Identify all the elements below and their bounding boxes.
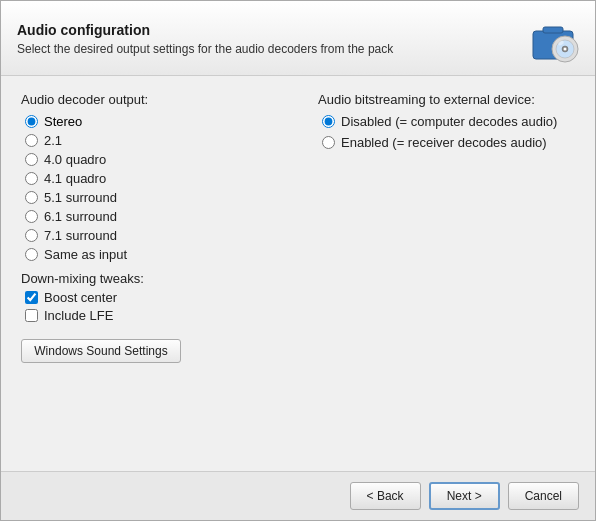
bitstream-label: Audio bitstreaming to external device: — [318, 92, 575, 107]
radio-enabled[interactable]: Enabled (= receiver decodes audio) — [322, 134, 575, 151]
checkbox-boost-center[interactable]: Boost center — [25, 290, 278, 305]
left-column: Audio decoder output: Stereo 2.1 4.0 qua… — [21, 92, 278, 455]
dialog-title: Audio configuration — [17, 22, 527, 38]
downmix-options: Boost center Include LFE — [25, 290, 278, 323]
radio-4-0-quadro[interactable]: 4.0 quadro — [25, 151, 278, 168]
checkbox-include-lfe[interactable]: Include LFE — [25, 308, 278, 323]
radio-same-as-input[interactable]: Same as input — [25, 246, 278, 263]
include-lfe-label[interactable]: Include LFE — [44, 308, 113, 323]
radio-6-1-surround[interactable]: 6.1 surround — [25, 208, 278, 225]
radio-4-0-quadro-label[interactable]: 4.0 quadro — [44, 152, 106, 167]
radio-enabled-label[interactable]: Enabled (= receiver decodes audio) — [341, 135, 547, 150]
radio-7-1-surround[interactable]: 7.1 surround — [25, 227, 278, 244]
audio-decoder-label: Audio decoder output: — [21, 92, 278, 107]
radio-7-1-surround-label[interactable]: 7.1 surround — [44, 228, 117, 243]
next-button[interactable]: Next > — [429, 482, 500, 510]
radio-4-1-quadro-label[interactable]: 4.1 quadro — [44, 171, 106, 186]
boost-center-checkbox[interactable] — [25, 291, 38, 304]
header-text: Audio configuration Select the desired o… — [17, 22, 527, 56]
radio-disabled[interactable]: Disabled (= computer decodes audio) — [322, 113, 575, 130]
dialog-header: Audio configuration Select the desired o… — [1, 1, 595, 76]
bitstream-options: Disabled (= computer decodes audio) Enab… — [322, 113, 575, 151]
include-lfe-checkbox[interactable] — [25, 309, 38, 322]
svg-point-5 — [564, 48, 567, 51]
audio-config-dialog: Audio configuration Select the desired o… — [0, 0, 596, 521]
header-icon — [527, 13, 579, 65]
right-column: Audio bitstreaming to external device: D… — [318, 92, 575, 455]
radio-2-1-label[interactable]: 2.1 — [44, 133, 62, 148]
two-column-layout: Audio decoder output: Stereo 2.1 4.0 qua… — [21, 92, 575, 455]
radio-2-1[interactable]: 2.1 — [25, 132, 278, 149]
audio-decoder-options: Stereo 2.1 4.0 quadro 4.1 quadro — [25, 113, 278, 263]
back-button[interactable]: < Back — [350, 482, 421, 510]
radio-5-1-surround[interactable]: 5.1 surround — [25, 189, 278, 206]
bitstream-section: Audio bitstreaming to external device: D… — [318, 92, 575, 151]
radio-6-1-surround-label[interactable]: 6.1 surround — [44, 209, 117, 224]
radio-stereo[interactable]: Stereo — [25, 113, 278, 130]
dialog-content: Audio decoder output: Stereo 2.1 4.0 qua… — [1, 76, 595, 471]
radio-4-1-quadro[interactable]: 4.1 quadro — [25, 170, 278, 187]
dialog-subtitle: Select the desired output settings for t… — [17, 42, 527, 56]
boost-center-label[interactable]: Boost center — [44, 290, 117, 305]
dialog-footer: < Back Next > Cancel — [1, 471, 595, 520]
radio-5-1-surround-label[interactable]: 5.1 surround — [44, 190, 117, 205]
radio-disabled-label[interactable]: Disabled (= computer decodes audio) — [341, 114, 557, 129]
radio-same-as-input-label[interactable]: Same as input — [44, 247, 127, 262]
downmix-label: Down-mixing tweaks: — [21, 271, 278, 286]
cancel-button[interactable]: Cancel — [508, 482, 579, 510]
radio-stereo-label[interactable]: Stereo — [44, 114, 82, 129]
windows-sound-button[interactable]: Windows Sound Settings — [21, 339, 181, 363]
svg-rect-1 — [543, 27, 563, 33]
downmix-section: Down-mixing tweaks: Boost center Include… — [21, 271, 278, 323]
